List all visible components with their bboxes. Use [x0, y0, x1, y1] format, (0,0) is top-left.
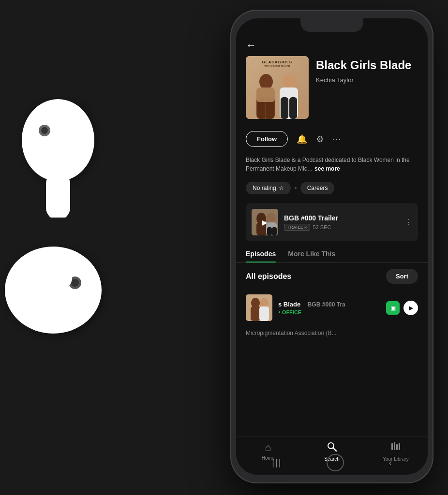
rating-tag[interactable]: No rating ☆ — [246, 182, 291, 194]
play-button[interactable]: ▶ — [403, 301, 418, 315]
podcast-author: Kechia Taylor — [316, 76, 418, 84]
home-icon: ⌂ — [265, 441, 271, 454]
ep-list-info: s Blade BGB #000 Tra OFFICE — [278, 301, 380, 315]
phone-bottom-bar: ||| ‹ — [230, 454, 433, 471]
svg-rect-16 — [289, 97, 297, 119]
follow-button[interactable]: Follow — [246, 131, 288, 147]
tags-row: No rating ☆ Careers — [236, 177, 428, 199]
phone-back-btn: ‹ — [389, 458, 392, 468]
podcast-title: Black Girls Blade — [316, 58, 418, 73]
see-more-link[interactable]: see more — [314, 165, 340, 172]
svg-point-13 — [283, 74, 296, 89]
episode-title: BGB #000 Trailer — [284, 214, 399, 222]
episode-thumbnail[interactable] — [252, 209, 278, 235]
svg-rect-31 — [391, 443, 393, 450]
svg-rect-28 — [259, 306, 269, 321]
careers-label: Careers — [307, 185, 328, 191]
trailer-badge: TRAILER — [284, 224, 310, 231]
svg-rect-3 — [46, 172, 70, 218]
star-icon: ☆ — [279, 185, 284, 191]
all-episodes-label: All episodes — [246, 272, 291, 281]
settings-button[interactable]: ⚙ — [316, 134, 324, 145]
cover-subtitle: WITH KECHIA TAYLOR — [264, 65, 290, 68]
phone-lines-btn: ||| — [272, 458, 282, 468]
careers-tag[interactable]: Careers — [300, 182, 335, 194]
svg-rect-26 — [251, 306, 260, 321]
cover-title: BLACKGIRLS — [262, 60, 292, 65]
more-options-button[interactable]: ⋯ — [332, 134, 341, 145]
episode-info: BGB #000 Trailer TRAILER 52 SEC — [284, 214, 399, 231]
podcast-description: Black Girls Blade is a Podcast dedicated… — [236, 152, 428, 177]
tag-separator — [295, 187, 297, 189]
svg-point-8 — [259, 74, 273, 89]
svg-rect-32 — [394, 442, 395, 450]
podcast-info: Black Girls Blade Kechia Taylor — [316, 56, 418, 84]
episode-meta: TRAILER 52 SEC — [284, 224, 399, 231]
featured-episode: BGB #000 Trailer TRAILER 52 SEC ⋮ — [246, 203, 418, 241]
svg-point-0 — [22, 99, 94, 181]
svg-rect-34 — [399, 443, 400, 450]
episode-duration: 52 SEC — [313, 224, 331, 230]
episode-list-item: s Blade BGB #000 Tra OFFICE ▣ ▶ — [236, 290, 428, 326]
back-button[interactable]: ← — [246, 39, 256, 52]
notification-button[interactable]: 🔔 — [297, 134, 307, 145]
play-overlay — [252, 209, 278, 235]
device-icon[interactable]: ▣ — [386, 301, 400, 315]
svg-rect-33 — [396, 444, 398, 450]
svg-point-6 — [71, 279, 79, 287]
screen-content: ← BLACKGIRLS WITH KECHIA TAYLOR — [236, 32, 428, 475]
tab-episodes[interactable]: Episodes — [246, 246, 276, 262]
sort-button[interactable]: Sort — [386, 269, 418, 284]
ep-list-subtitle: OFFICE — [278, 309, 380, 315]
more-episode-row: Micropigmentation Association (B... — [236, 326, 428, 340]
svg-rect-12 — [256, 87, 275, 102]
phone-screen: ← BLACKGIRLS WITH KECHIA TAYLOR — [236, 18, 428, 475]
search-icon — [327, 441, 337, 455]
tabs-row: Episodes More Like This — [236, 246, 428, 263]
ep-list-thumbnail — [246, 294, 272, 321]
podcast-cover: BLACKGIRLS WITH KECHIA TAYLOR — [246, 56, 309, 119]
svg-rect-15 — [281, 97, 288, 119]
action-row: Follow 🔔 ⚙ ⋯ — [236, 126, 428, 152]
no-rating-label: No rating — [253, 185, 276, 191]
tab-more-like-this[interactable]: More Like This — [288, 246, 335, 262]
podcast-header: BLACKGIRLS WITH KECHIA TAYLOR — [236, 32, 428, 126]
phone-frame: ← BLACKGIRLS WITH KECHIA TAYLOR — [230, 10, 433, 483]
library-icon — [390, 441, 401, 455]
ep-list-title: s Blade BGB #000 Tra — [278, 301, 380, 308]
episode-more-button[interactable]: ⋮ — [404, 218, 412, 227]
episodes-header: All episodes Sort — [236, 263, 428, 290]
ep-list-controls: ▣ ▶ — [386, 301, 418, 315]
svg-point-2 — [41, 127, 48, 134]
notch — [300, 18, 363, 32]
phone-circle-btn — [327, 454, 344, 471]
svg-line-30 — [333, 448, 337, 451]
